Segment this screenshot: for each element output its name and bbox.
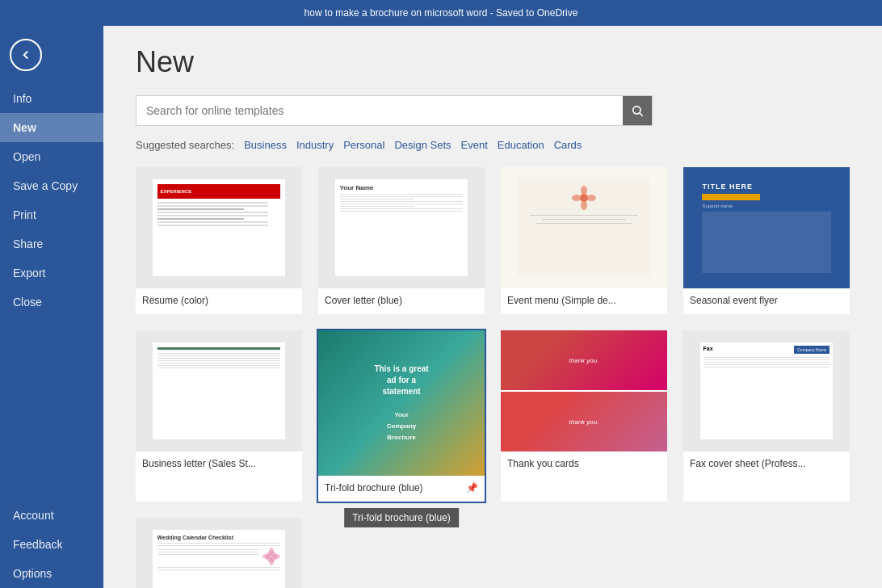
template-fax-cover[interactable]: Fax Company Name Fax cover sheet (Profes… — [683, 330, 850, 502]
title-bar: how to make a brochure on microsoft word… — [0, 0, 882, 26]
template-name: Tri-fold brochure (blue)📌 — [318, 476, 485, 502]
svg-point-10 — [262, 554, 271, 559]
fax-preview: Fax Company Name — [700, 342, 834, 439]
resume-preview: EXPERIENCE — [153, 179, 286, 276]
suggested-personal[interactable]: Personal — [343, 139, 384, 151]
sidebar-item-options[interactable]: Options — [0, 559, 103, 588]
template-resume-color[interactable]: EXPERIENCE Resume (color) — [136, 167, 302, 314]
app-body: Info New Open Save a Copy Print Share Ex… — [0, 26, 882, 588]
suggested-business[interactable]: Business — [244, 139, 287, 151]
main-content: New Suggested searches: Business Industr… — [103, 26, 882, 588]
svg-point-0 — [633, 107, 640, 114]
template-thumb: thank you. thank you. — [501, 330, 667, 452]
template-brochure-blue[interactable]: This is a greatad for astatement YourCom… — [318, 330, 485, 502]
template-thumb: Fax Company Name — [683, 330, 850, 452]
template-name: Thank you cards — [501, 452, 667, 477]
template-thumb: This is a greatad for astatement YourCom… — [318, 330, 485, 476]
template-name: Business letter (Sales St... — [136, 452, 302, 477]
suggested-label: Suggested searches: — [136, 139, 234, 151]
template-thankyou[interactable]: thank you. thank you. Thank you cards — [501, 330, 667, 502]
sidebar-item-new[interactable]: New — [0, 113, 103, 142]
template-thumb: TITLE HERE Support name — [683, 167, 850, 288]
svg-point-6 — [586, 195, 596, 201]
thankyou-preview: thank you. thank you. — [501, 330, 667, 452]
back-button[interactable] — [10, 39, 42, 71]
suggested-design-sets[interactable]: Design Sets — [394, 139, 451, 151]
svg-point-3 — [581, 186, 587, 195]
template-thumb — [501, 167, 667, 288]
suggested-cards[interactable]: Cards — [554, 139, 582, 151]
template-name: Cover letter (blue) — [318, 288, 485, 314]
sidebar-item-save-copy[interactable]: Save a Copy — [0, 171, 103, 200]
templates-grid: EXPERIENCE Resume (color) Your Name — [136, 167, 850, 588]
suggested-searches: Suggested searches: Business Industry Pe… — [136, 139, 850, 151]
sidebar-item-account[interactable]: Account — [0, 501, 103, 530]
template-name: Resume (color) — [136, 288, 302, 314]
template-seasonal-flyer[interactable]: TITLE HERE Support name Seasonal event f… — [683, 167, 850, 314]
template-thumb — [136, 330, 302, 452]
sidebar: Info New Open Save a Copy Print Share Ex… — [0, 26, 103, 588]
sidebar-item-info[interactable]: Info — [0, 84, 103, 113]
template-cover-letter[interactable]: Your Name Cover letter (blue) — [318, 167, 485, 314]
template-biz-letter[interactable]: Business letter (Sales St... — [136, 330, 302, 502]
brochure-preview: This is a greatad for astatement YourCom… — [318, 330, 485, 476]
template-thumb: Wedding Calendar Checklist — [136, 518, 302, 588]
sidebar-item-share[interactable]: Share — [0, 229, 103, 258]
svg-point-9 — [269, 557, 274, 565]
template-event-menu[interactable]: Event menu (Simple de... — [501, 167, 667, 314]
suggested-industry[interactable]: Industry — [296, 139, 334, 151]
template-name: Seasonal event flyer — [683, 288, 850, 314]
wedding-preview: Wedding Calendar Checklist — [153, 530, 286, 588]
sidebar-item-feedback[interactable]: Feedback — [0, 530, 103, 559]
cover-letter-preview: Your Name — [335, 179, 468, 276]
svg-point-4 — [581, 200, 587, 210]
brochure-tooltip: Tri-fold brochure (blue) — [344, 508, 459, 527]
suggested-education[interactable]: Education — [498, 139, 544, 151]
biz-letter-preview — [153, 342, 286, 439]
svg-point-8 — [269, 548, 274, 556]
template-name: Fax cover sheet (Profess... — [683, 452, 850, 477]
template-thumb: Your Name — [318, 167, 485, 288]
sidebar-item-print[interactable]: Print — [0, 200, 103, 229]
search-bar — [136, 95, 653, 126]
template-name: Event menu (Simple de... — [501, 288, 667, 314]
document-title: how to make a brochure on microsoft word… — [304, 7, 578, 19]
search-button[interactable] — [623, 96, 652, 125]
svg-point-5 — [572, 195, 582, 201]
sidebar-item-close[interactable]: Close — [0, 288, 103, 317]
sidebar-item-open[interactable]: Open — [0, 142, 103, 171]
search-input[interactable] — [136, 98, 623, 124]
sidebar-item-export[interactable]: Export — [0, 258, 103, 288]
svg-line-1 — [640, 113, 643, 116]
suggested-event[interactable]: Event — [461, 139, 488, 151]
template-thumb: EXPERIENCE — [136, 167, 302, 288]
svg-point-11 — [272, 554, 280, 559]
page-title: New — [136, 45, 850, 79]
template-wedding[interactable]: Wedding Calendar Checklist — [136, 518, 302, 588]
